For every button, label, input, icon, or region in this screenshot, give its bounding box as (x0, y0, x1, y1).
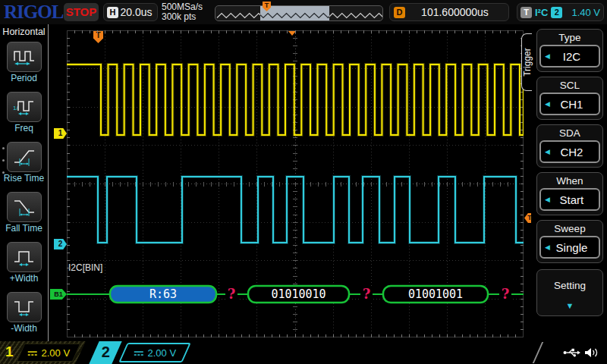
left-menu-item-label: Fall Time (5, 223, 42, 234)
decode-frame-text: 01010010 (271, 287, 326, 301)
left-menu-item--width: -Width (7, 292, 42, 334)
channel-status-bar: 1 2.00 V 2 2.00 V (0, 341, 607, 364)
memory-depth: 300k pts (162, 12, 203, 22)
chevron-left-icon: ◀ (545, 148, 550, 155)
menu-value: I2C (550, 50, 593, 63)
top-status-bar: RIGOL STOP H 20.0us 500MSa/s 300k pts T … (0, 0, 607, 24)
menu-label: When (539, 174, 600, 187)
menu-value: Single (550, 241, 593, 254)
speaker-icon (584, 347, 598, 361)
channel1-ground-marker[interactable]: 1 (54, 128, 67, 139)
left-menu-item--width: +Width (7, 242, 42, 284)
run-state-indicator: STOP (64, 3, 99, 21)
chevron-down-icon: ▼ (539, 301, 600, 310)
sidebar-scroll-indicator (2, 147, 5, 184)
left-menu-item-rise-time: Rise Time (4, 142, 44, 184)
chevron-left-icon: ◀ (545, 52, 550, 60)
acquisition-info: 500MSa/s 300k pts (162, 2, 203, 22)
trigger-status-box[interactable]: T I²C 2 1.40 V (517, 3, 604, 21)
channel2-scale: 2.00 V (148, 347, 177, 359)
minus-width-icon[interactable] (7, 292, 42, 322)
menu-value: Start (550, 193, 593, 206)
decode-frame-text: 01001001 (408, 287, 463, 301)
decode-error-mark: ? (228, 286, 236, 302)
trigger-menu-tab: Trigger (521, 33, 532, 91)
channel1-badge[interactable]: 1 2.00 V (0, 341, 86, 364)
menu-label: SDA (539, 127, 600, 140)
delay-offset-box[interactable]: D 101.600000us (389, 3, 509, 21)
menu-scl[interactable]: SCL◀CH1 (536, 77, 603, 120)
timebase-value: 20.0us (118, 6, 154, 18)
freq-icon[interactable]: 1/ (7, 92, 42, 122)
channel1-number: 1 (5, 344, 14, 360)
rise-time-icon[interactable] (7, 142, 42, 172)
menu-type[interactable]: Type◀I2C (536, 29, 603, 72)
statusbar-divider (533, 342, 543, 363)
channel2-scale-box[interactable]: 2.00 V (118, 343, 191, 362)
waveform-display: T I2C[BIN] R:630101001001001001??? (67, 30, 524, 337)
channel2-ground-marker[interactable]: 2 (54, 239, 67, 249)
dc-coupling-icon (134, 349, 144, 356)
menu-label: Setting (539, 279, 600, 292)
channel2-number: 2 (94, 341, 117, 363)
waveform-overview-plot (215, 6, 382, 20)
dc-coupling-icon (27, 349, 38, 356)
decode-frame-text: R:63 (149, 287, 177, 301)
horizontal-badge: H (107, 7, 118, 18)
menu-label: SCL (539, 79, 600, 92)
period-icon[interactable] (7, 42, 42, 72)
plus-width-icon[interactable] (7, 242, 42, 272)
left-menu-item-label: -Width (11, 323, 37, 334)
decode-error-mark: ? (363, 286, 371, 302)
menu-value-button[interactable]: ◀Single (539, 236, 600, 259)
waveform-plot: R:630101001001001001??? (67, 30, 524, 337)
channel1-scale: 2.00 V (42, 347, 71, 359)
oscilloscope-screen: RIGOL STOP H 20.0us 500MSa/s 300k pts T … (0, 0, 607, 364)
left-menu-item-label: +Width (10, 273, 39, 284)
menu-value-button[interactable]: ◀Start (539, 188, 600, 211)
fall-time-icon[interactable] (7, 192, 42, 222)
menu-setting[interactable]: Setting▼ (536, 269, 603, 316)
measure-sidebar: Horizontal Period1/FreqRise TimeFall Tim… (0, 24, 49, 341)
menu-value: CH1 (550, 98, 593, 111)
menu-label: Type (539, 31, 600, 44)
delay-value: 101.600000us (405, 6, 505, 18)
delay-badge: D (394, 7, 405, 18)
menu-value-button[interactable]: ◀I2C (539, 45, 600, 67)
left-menu-item-period: Period (7, 42, 42, 83)
menu-sda[interactable]: SDA◀CH2 (536, 124, 603, 168)
left-menu-item-freq: 1/Freq (7, 92, 42, 133)
channel2-badge[interactable]: 2 (89, 341, 121, 364)
sidebar-title: Horizontal (0, 24, 48, 37)
menu-value-button[interactable]: ◀CH2 (539, 140, 600, 163)
waveform-overview[interactable] (215, 5, 383, 21)
menu-value-button[interactable]: ◀CH1 (539, 93, 600, 115)
timebase-box[interactable]: H 20.0us (103, 3, 158, 21)
chevron-left-icon: ◀ (545, 196, 550, 203)
menu-label: Sweep (539, 222, 600, 235)
left-menu-item-label: Rise Time (4, 173, 44, 184)
menu-value: CH2 (550, 146, 593, 158)
trigger-menu: Trigger Type◀I2CSCL◀CH1SDA◀CH2When◀Start… (531, 24, 607, 341)
menu-when[interactable]: When◀Start (536, 172, 603, 215)
bus1-marker[interactable]: B1 (50, 289, 67, 300)
trigger-badge: T (521, 7, 532, 18)
rigol-logo: RIGOL (4, 2, 63, 23)
usb-icon (563, 347, 581, 361)
chevron-left-icon: ◀ (545, 100, 550, 108)
chevron-left-icon: ◀ (545, 243, 550, 251)
trigger-type: I²C (535, 7, 548, 18)
left-menu-item-fall-time: Fall Time (5, 192, 42, 234)
menu-sweep[interactable]: Sweep◀Single (536, 220, 603, 263)
left-menu-item-label: Period (11, 73, 37, 83)
trigger-source-badge: 2 (551, 7, 562, 18)
left-menu-item-label: Freq (14, 123, 33, 133)
decode-error-mark: ? (502, 286, 510, 302)
trigger-level-value: 1.40 V (565, 7, 600, 18)
channel1-scale-box: 2.00 V (17, 344, 81, 362)
